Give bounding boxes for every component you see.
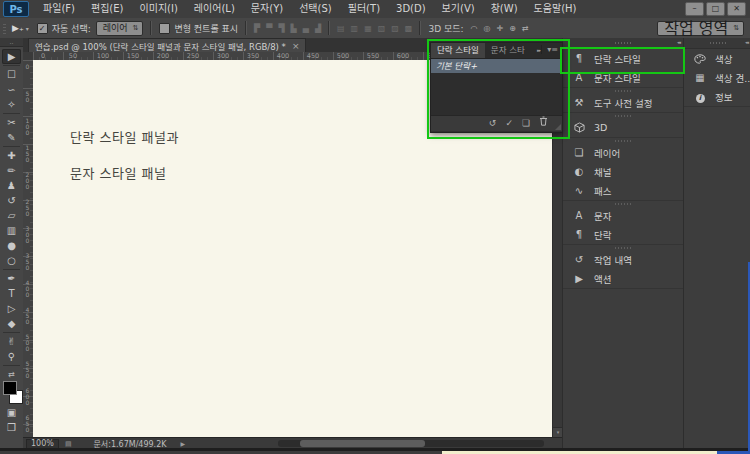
tool-type[interactable]: T [2,286,21,301]
close-button[interactable]: ✕ [727,2,746,16]
tab-close-icon[interactable]: × [292,41,300,51]
ruler-h-label: 550 [367,52,379,60]
maximize-button[interactable]: □ [706,2,725,16]
3d-mode-icon-3[interactable]: ⊕ [509,24,516,33]
menu-item-5[interactable]: 선택(S) [291,0,340,18]
dock-group-separator[interactable] [563,200,683,206]
tool-magic-wand[interactable]: ✧ [2,97,21,112]
dock-item-channels[interactable]: ◐ 채널 [563,162,683,181]
dock-item-label: 색상 견... [715,71,750,85]
tool-pen[interactable]: ✒ [2,271,21,286]
tools-panel: ‥ ▶☐∽✧✂✎✚✏♟↺▱▥●○✒T▷◆✌⚲ ⇄ ▣ ❐ [0,38,24,448]
tool-lasso[interactable]: ∽ [2,82,21,97]
dock-group-separator[interactable] [563,87,683,93]
tool-path-selection[interactable]: ▷ [2,301,21,316]
3d-mode-icon-2[interactable]: ✛ [497,24,504,33]
drag-grip-icon [710,42,726,44]
ruler-h-label: 400 [277,52,289,60]
workspace-dropdown[interactable]: 작업 영역 ⇅ [657,21,744,36]
tool-eraser[interactable]: ▱ [2,208,21,223]
dock-item-swatches[interactable]: ▦ 색상 견... [684,68,750,87]
layers-icon: ❏ [572,147,586,158]
tool-gradient[interactable]: ▥ [2,223,21,238]
tool-eyedropper[interactable]: ✎ [2,130,21,145]
distribute-icon-5: ▩ [405,24,413,33]
dock-header[interactable]: ◂◂ [684,38,750,49]
tool-brush[interactable]: ✏ [2,163,21,178]
toolbar-collapse-icon[interactable]: ‥ [0,38,23,47]
move-tool-icon[interactable]: ▶₊ [12,23,24,33]
menu-item-10[interactable]: 도움말(H) [526,0,585,18]
ruler-v-label: 300 [24,225,31,243]
3d-mode-label: 3D 모드: [428,22,463,35]
minimize-button[interactable]: – [685,2,704,16]
auto-select-checkbox[interactable]: ✓ [37,23,48,34]
tool-hand[interactable]: ✌ [2,334,21,349]
tool-shape[interactable]: ◆ [2,316,21,331]
ruler-v-label: 350 [24,252,31,270]
transform-controls-checkbox[interactable]: ✓ [159,23,170,34]
horizontal-scrollbar[interactable] [278,440,544,447]
menu-item-0[interactable]: 파일(F) [35,0,83,18]
tool-crop[interactable]: ✂ [2,115,21,130]
menu-item-7[interactable]: 3D(D) [388,0,434,18]
tool-move[interactable]: ▶ [2,49,21,64]
collapse-dock-icon[interactable]: ◂◂ [677,39,680,45]
auto-select-layer-dropdown[interactable]: 레이어 ⇅ [96,21,144,36]
dock-item-label: 문자 [594,209,611,223]
dock-item-paths[interactable]: ∿ 패스 [563,181,683,200]
tool-blur[interactable]: ● [2,238,21,253]
dock-item-actions[interactable]: ▶ 액션 [563,269,683,288]
workspace-value: 작업 영역 [664,22,728,35]
tool-history-brush[interactable]: ↺ [2,193,21,208]
dock-group-separator[interactable] [563,244,683,250]
dock-item-3d[interactable]: 3D [563,118,683,137]
zoom-level[interactable]: 100% [26,439,59,449]
menu-item-2[interactable]: 이미지(I) [132,0,186,18]
screen-mode-icon[interactable]: ❐ [2,420,21,435]
3d-mode-icon-1[interactable]: ◎ [484,24,491,33]
tool-healing-brush[interactable]: ✚ [2,148,21,163]
dock-column-right: ◂◂ 색상 ▦ 색상 견... i 정보 [684,38,750,448]
dock-item-info[interactable]: i 정보 [684,87,750,106]
ruler-v-label: 500 [24,333,31,351]
panel-dock: ◂◂ ¶ 단락 스타일 A 문자 스타일 ⚒ 도구 사전 설정 3D ❏ 레이어… [562,38,750,448]
tool-zoom[interactable]: ⚲ [2,349,21,364]
menu-item-8[interactable]: 보기(V) [434,0,483,18]
menu-item-3[interactable]: 레이어(L) [186,0,243,18]
tool-clone-stamp[interactable]: ♟ [2,178,21,193]
menu-item-1[interactable]: 편집(E) [83,0,132,18]
tool-preset-dropdown-icon[interactable]: ▾ [26,25,29,32]
swap-colors-icon[interactable]: ⇄ [8,370,15,380]
dock-item-layers[interactable]: ❏ 레이어 [563,143,683,162]
dock-item-history[interactable]: ↺ 작업 내역 [563,250,683,269]
dock-item-tool-presets[interactable]: ⚒ 도구 사전 설정 [563,93,683,112]
quick-mask-icon[interactable]: ▣ [2,405,21,420]
3d-mode-icon-4[interactable]: ⇄ [522,24,529,33]
distribute-icon-3: ▧ [378,24,386,33]
document-tab[interactable]: 연습.psd @ 100% (단락 스타일 패널과 문자 스타일 패널, RGB… [28,38,306,53]
dock-item-paragraph[interactable]: ¶ 단락 [563,225,683,244]
dock-group-separator[interactable] [563,112,683,118]
dock-item-label: 채널 [594,165,611,179]
foreground-color-swatch[interactable] [3,381,17,395]
menu-item-9[interactable]: 창(W) [483,0,526,18]
dock-group-separator[interactable] [563,137,683,143]
dock-item-color[interactable]: 색상 [684,49,750,68]
dock-item-character[interactable]: A 문자 [563,206,683,225]
menu-item-6[interactable]: 필터(T) [340,0,388,18]
3d-mode-icon-0[interactable]: ◠ [471,24,478,33]
scrollbar-thumb[interactable] [300,440,425,447]
info-icon: i [693,91,707,103]
dock-item-label: 레이어 [594,146,620,160]
collapse-dock-icon[interactable]: ◂◂ [745,39,748,45]
tool-separator [3,146,20,147]
menu-item-4[interactable]: 문자(Y) [243,0,291,18]
distribute-icon-0: ▤ [337,24,345,33]
toolbar-tools: ▶☐∽✧✂✎✚✏♟↺▱▥●○✒T▷◆✌⚲ [0,47,23,367]
tool-marquee[interactable]: ☐ [2,67,21,82]
tool-dodge[interactable]: ○ [2,253,21,268]
drag-grip-icon [615,42,631,44]
status-menu-arrow-icon[interactable]: ▶ [180,440,185,447]
color-swatches[interactable] [2,381,22,405]
